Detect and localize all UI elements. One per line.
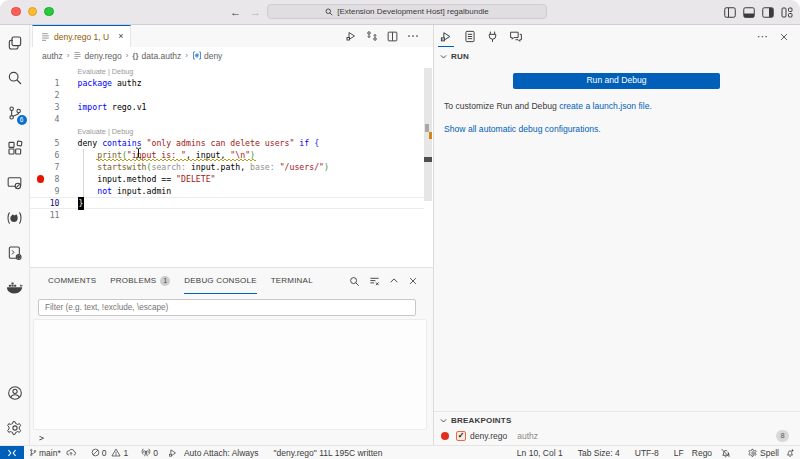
code-editor[interactable]: Evaluate | Debug1package authz23import r… [30,64,433,267]
minimize-window-button[interactable] [28,7,38,17]
notebook-view-icon[interactable] [463,25,477,48]
code-token: if [299,138,309,148]
toggle-panel-icon[interactable] [743,7,755,18]
run-and-debug-view-icon[interactable] [438,25,454,48]
command-center[interactable]: [Extension Development Host] regalbundle [267,4,547,19]
plug-view-icon[interactable] [486,25,499,48]
comments-view-icon[interactable] [508,25,524,48]
tools-extension-icon[interactable] [0,235,30,270]
toggle-primary-sidebar-icon[interactable] [724,7,736,18]
notifications-bell-icon[interactable] [785,448,795,458]
remote-explorer-icon[interactable] [0,165,30,200]
codelens-row[interactable]: Evaluate | Debug [30,65,433,77]
accounts-icon[interactable] [0,375,30,410]
code-line-11: 11 [30,209,433,221]
breadcrumb-item-symbol[interactable]: deny [192,51,222,61]
line-number[interactable]: 4 [30,113,60,125]
console-filter-input[interactable] [39,303,415,312]
run-policy-icon[interactable] [345,30,357,42]
breadcrumb-separator: › [67,51,70,60]
line-number[interactable]: 11 [30,209,60,221]
tab-deny-rego[interactable]: deny.rego 1, U × [32,25,131,47]
file-written-message: "deny.rego" 11L 195C written [274,448,383,458]
code-text: not input.admin [60,185,172,197]
breadcrumb-label: authz [42,51,63,61]
tab-debug-console[interactable]: DEBUG CONSOLE [184,268,256,294]
views-more-actions-icon[interactable]: ⋯ [757,31,769,42]
opa-extension-icon[interactable] [0,200,30,235]
breadcrumb-item-authz[interactable]: authz [42,51,63,61]
codelens-evaluate-debug[interactable]: Evaluate | Debug [30,65,133,77]
run-section-header[interactable]: RUN [434,48,800,64]
indentation-status[interactable]: Tab Size: 4 [578,448,620,458]
breakpoint-row[interactable]: ✓ deny.rego authz 8 [434,428,800,445]
errors-icon [91,448,100,457]
breakpoint-checkbox[interactable]: ✓ [456,431,466,441]
create-launch-json-link[interactable]: create a launch.json file. [559,101,652,111]
spell-checker-status[interactable]: Spell [748,448,779,458]
breakpoints-section-header[interactable]: BREAKPOINTS [434,412,800,428]
zoom-window-button[interactable] [44,7,54,17]
breakpoint-dot[interactable] [37,175,45,183]
split-editor-icon[interactable] [387,31,398,42]
line-number[interactable]: 2 [30,89,60,101]
breadcrumb-item-module[interactable]: {} data.authz [132,51,181,61]
chevron-down-icon [439,52,448,61]
clear-console-icon[interactable] [369,276,380,287]
tab-close-icon[interactable]: × [118,32,123,41]
debug-console-repl[interactable]: > [30,430,433,445]
close-panel-icon[interactable] [408,276,418,286]
customize-layout-icon[interactable] [781,7,793,18]
filter-search-icon[interactable] [349,276,360,287]
tab-problems[interactable]: PROBLEMS1 [110,268,170,294]
language-mode-status[interactable]: Rego [692,448,712,458]
navigate-back-icon[interactable]: ← [230,7,241,18]
source-control-icon[interactable]: 6 [0,95,30,130]
line-number[interactable]: 8 [30,173,60,185]
show-debug-configurations-link[interactable]: Show all automatic debug configurations. [444,124,791,134]
cursor-position-status[interactable]: Ln 10, Col 1 [517,448,563,458]
line-number[interactable]: 3 [30,101,60,113]
warnings-icon [111,448,121,457]
line-number[interactable]: 6 [30,149,60,161]
encoding-status[interactable]: UTF-8 [635,448,659,458]
maximize-panel-icon[interactable] [389,276,399,286]
branch-status[interactable]: main* [29,448,76,458]
settings-gear-icon[interactable] [0,410,30,445]
breadcrumb-item-file[interactable]: deny.rego [73,51,121,61]
code-token: input.method == [78,174,177,184]
debug-console-output[interactable] [33,319,427,430]
explorer-icon[interactable] [0,25,30,60]
line-number[interactable]: 9 [30,185,60,197]
search-view-icon[interactable] [0,60,30,95]
line-number[interactable]: 10 [30,197,60,209]
more-actions-icon[interactable] [407,30,419,42]
tab-comments[interactable]: COMMENTS [48,268,96,294]
open-changes-icon[interactable] [366,30,378,42]
remote-indicator[interactable] [0,446,24,459]
ports-status[interactable]: 0 [141,448,158,458]
code-token: package [78,78,113,88]
editor-tab-bar: deny.rego 1, U × [30,25,433,47]
codelens-row[interactable]: Evaluate | Debug [30,125,433,137]
window-title: [Extension Development Host] regalbundle [337,7,489,16]
tab-terminal[interactable]: TERMINAL [271,268,313,294]
bell-slash-icon[interactable] [720,448,731,458]
close-sidebar-icon[interactable] [779,32,789,42]
debug-status-icon[interactable] [168,448,178,458]
line-number[interactable]: 7 [30,161,60,173]
navigate-forward-icon[interactable]: → [250,7,261,18]
toggle-secondary-sidebar-icon[interactable] [762,7,774,18]
breadcrumb: authz › deny.rego › {} data.authz › deny [30,47,433,64]
extensions-icon[interactable] [0,130,30,165]
line-number[interactable]: 5 [30,137,60,149]
run-and-debug-button[interactable]: Run and Debug [513,73,720,89]
code-token: contains [102,138,141,148]
codelens-evaluate-debug[interactable]: Evaluate | Debug [30,125,133,137]
line-number[interactable]: 1 [30,77,60,89]
docker-icon[interactable] [0,270,30,305]
eol-status[interactable]: LF [674,448,684,458]
auto-attach-status[interactable]: Auto Attach: Always [184,448,259,458]
problems-status[interactable]: 0 1 [91,448,128,458]
close-window-button[interactable] [11,7,21,17]
